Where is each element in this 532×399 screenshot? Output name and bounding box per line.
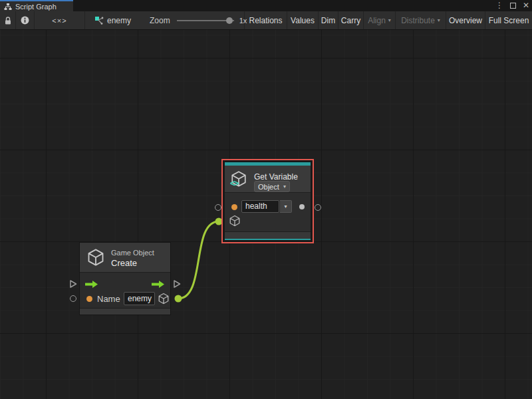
titlebar: Script Graph ⋮ ✕ xyxy=(0,0,532,11)
values-label: Values xyxy=(291,16,315,25)
name-input-field[interactable]: enemy xyxy=(124,292,155,305)
code-view-button[interactable]: <×> xyxy=(35,11,85,29)
flow-input-arrow-icon[interactable] xyxy=(85,280,98,289)
graph-toolbar: <×> enemy Zoom 1x Relations Values xyxy=(0,11,532,30)
values-button[interactable]: Values xyxy=(287,11,319,29)
node-footer xyxy=(225,231,311,239)
flow-output-arrow-icon[interactable] xyxy=(152,280,165,289)
full-screen-button[interactable]: Full Screen xyxy=(485,11,532,29)
dim-button[interactable]: Dim xyxy=(319,11,338,29)
game-object-output-port-icon[interactable] xyxy=(158,293,170,305)
value-output-port[interactable] xyxy=(299,204,305,209)
node-category: Game Object xyxy=(111,249,154,257)
dim-label: Dim xyxy=(321,16,335,25)
graph-name: enemy xyxy=(107,16,131,25)
window-maximize-icon[interactable] xyxy=(510,3,516,9)
name-input-connector[interactable] xyxy=(70,295,76,302)
variable-name-field[interactable]: health xyxy=(241,200,279,213)
wire-start-dot[interactable] xyxy=(175,295,182,303)
overview-button[interactable]: Overview xyxy=(446,11,485,29)
distribute-button[interactable]: Distribute ▾ xyxy=(396,11,446,29)
lock-icon xyxy=(4,16,12,25)
zoom-control: Zoom 1x xyxy=(150,16,247,25)
zoom-slider-thumb[interactable] xyxy=(226,17,233,24)
chevron-down-icon: ▾ xyxy=(438,17,440,23)
node-title: Create xyxy=(111,258,137,268)
relations-label: Relations xyxy=(249,16,282,25)
script-graph-window: Script Graph ⋮ ✕ <×> xyxy=(0,0,532,399)
carry-button[interactable]: Carry xyxy=(338,11,364,29)
variable-name-connector[interactable] xyxy=(215,204,221,211)
flow-output-connector-triangle[interactable] xyxy=(173,279,181,289)
window-controls: ⋮ ✕ xyxy=(495,0,529,11)
connection-wire[interactable] xyxy=(178,221,219,299)
info-icon xyxy=(21,16,29,25)
node-title: Get Variable xyxy=(254,172,298,182)
flow-input-connector-triangle[interactable] xyxy=(69,279,77,289)
align-button[interactable]: Align ▾ xyxy=(364,11,396,29)
graph-canvas[interactable]: Game Object Create Name enemy xyxy=(0,30,532,399)
graph-breadcrumb[interactable]: enemy xyxy=(94,16,131,25)
chevron-down-icon: ▾ xyxy=(284,203,287,209)
carry-label: Carry xyxy=(341,16,360,25)
relations-button[interactable]: Relations xyxy=(245,11,287,29)
tab-title: Script Graph xyxy=(15,3,57,11)
inspect-button[interactable] xyxy=(16,11,35,29)
chevron-down-icon: ▾ xyxy=(388,17,391,23)
full-screen-label: Full Screen xyxy=(489,16,529,25)
tab-script-graph[interactable]: Script Graph xyxy=(0,0,73,11)
name-input-port[interactable] xyxy=(86,296,92,302)
node-get-variable[interactable]: <> Get Variable Object ▾ health ▾ xyxy=(225,162,311,240)
variable-brackets-icon: <> xyxy=(230,179,238,188)
window-menu-icon[interactable]: ⋮ xyxy=(495,0,503,11)
distribute-label: Distribute xyxy=(401,16,435,25)
selection-outline: <> Get Variable Object ▾ health ▾ xyxy=(221,159,314,243)
graph-tab-icon xyxy=(4,3,12,11)
code-view-icon: <×> xyxy=(52,17,66,25)
variable-name-input-port[interactable] xyxy=(231,204,237,210)
object-input-port-icon[interactable] xyxy=(229,215,241,227)
chevron-down-icon: ▾ xyxy=(283,184,286,190)
toolbar-middle: enemy Zoom 1x xyxy=(85,11,245,29)
align-label: Align xyxy=(368,16,386,25)
zoom-slider[interactable] xyxy=(177,20,234,21)
window-close-icon[interactable]: ✕ xyxy=(523,0,529,11)
script-graph-icon xyxy=(94,16,104,25)
variable-name-dropdown[interactable]: ▾ xyxy=(279,200,292,213)
zoom-label: Zoom xyxy=(150,16,170,25)
value-output-connector[interactable] xyxy=(315,204,321,211)
node-footer xyxy=(80,308,170,315)
game-object-cube-icon xyxy=(86,248,105,267)
name-port-label: Name xyxy=(97,294,120,304)
scope-value: Object xyxy=(258,183,279,191)
lock-button[interactable] xyxy=(0,11,16,29)
overview-label: Overview xyxy=(449,16,482,25)
variable-scope-dropdown[interactable]: Object ▾ xyxy=(254,181,290,192)
node-accent-bottom xyxy=(225,239,311,240)
node-create-game-object[interactable]: Game Object Create Name enemy xyxy=(80,243,170,315)
